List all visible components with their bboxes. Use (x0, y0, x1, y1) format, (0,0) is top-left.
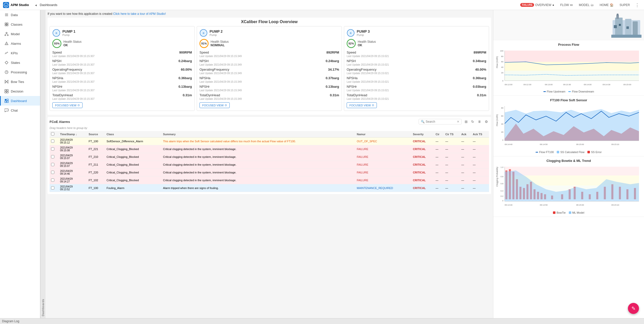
classes-icon (4, 22, 9, 27)
sidebar-item-states[interactable]: States (0, 58, 40, 67)
sidebar-item-chat[interactable]: Chat (0, 106, 40, 115)
refresh-button[interactable]: ↻ (470, 119, 475, 124)
alarm-2-checkbox[interactable] (51, 155, 54, 158)
content-area: If you want to see how this application … (46, 10, 644, 318)
pump-1-freq-row: OperatingFrequency 60.00% (52, 68, 192, 71)
svg-rect-42 (619, 24, 621, 26)
alarms-icon (4, 41, 9, 46)
pump-3-focused-btn[interactable]: FOCUSED VIEW ⊙ (347, 102, 377, 108)
col-namur[interactable]: Namur (355, 131, 411, 137)
col-severity[interactable]: Severity (411, 131, 434, 137)
svg-text:09:14:00: 09:14:00 (584, 83, 592, 86)
sidebar-item-alarms[interactable]: Alarms (0, 39, 40, 48)
failure-badge: FAILURE (520, 3, 534, 7)
sidebar-item-data[interactable]: Data (0, 10, 40, 20)
pump-1-npsh-row: NPSH 0.24barg (52, 59, 192, 63)
svg-text:09:15:10: 09:15:10 (611, 143, 619, 146)
col-cirts[interactable]: Cir TS (444, 131, 460, 137)
alarms-section: FCoE Alarms 🔍 ✕ ⊞ ↻ ⏸ ⚙ (48, 117, 491, 194)
tour-link[interactable]: Click here to take a tour of APM Studio! (113, 12, 166, 16)
facility-illustration (611, 13, 641, 38)
pump-1-focused-btn[interactable]: FOCUSED VIEW ⊙ (52, 102, 83, 108)
sidebar-item-kpis[interactable]: KPIs (0, 48, 40, 58)
more-button[interactable]: ⋮ (633, 2, 641, 8)
pump-1-header: ⚙ PUMP 1 Pump (52, 29, 192, 37)
tab-model[interactable]: MODEL 🗂 (576, 2, 596, 8)
alarm-row-5: 2021/04/2909:14:27 FT_102 Critical_Clogg… (50, 176, 489, 184)
svg-text:09:13:00: 09:13:00 (545, 83, 553, 86)
select-all-checkbox[interactable] (51, 132, 54, 135)
alarm-5-checkbox[interactable] (51, 178, 54, 182)
sidebar-item-dashboard[interactable]: Dashboard (0, 96, 40, 106)
pump-1-head-row: TotalDynHead 0.31m (52, 93, 192, 97)
dashboards-strip[interactable]: Dashboards (40, 10, 46, 318)
chat-icon (4, 108, 9, 113)
svg-point-15 (6, 44, 7, 45)
svg-text:09:14:30: 09:14:30 (602, 83, 611, 86)
pump-card-1: ⚙ PUMP 1 Pump 93% (50, 26, 195, 111)
col-cir[interactable]: Cir (434, 131, 444, 137)
sidebar-label-data: Data (11, 13, 18, 17)
pump-2-head-row: TotalDynHead 0.31m (199, 93, 339, 97)
alarm-6-checkbox[interactable] (51, 186, 54, 190)
tab-overview[interactable]: FAILURE OVERVIEW ● (518, 2, 557, 8)
svg-text:20: 20 (501, 131, 503, 133)
tab-super[interactable]: SUPER (617, 2, 632, 8)
col-checkbox[interactable] (50, 131, 59, 137)
sidebar-label-model: Model (11, 32, 20, 36)
pause-button[interactable]: ⏸ (477, 119, 482, 124)
sidebar-item-classes[interactable]: Classes (0, 20, 40, 29)
pump-3-head-row: TotalDynHead 0.31m (347, 93, 486, 97)
alarm-0-checkbox[interactable] (51, 140, 54, 143)
sidebar-item-bowties[interactable]: Bow Ties (0, 77, 40, 86)
pump-2-focused-btn[interactable]: FOCUSED VIEW ⊙ (199, 102, 230, 108)
alarm-3-checkbox[interactable] (51, 163, 54, 166)
settings-button[interactable]: ⚙ (484, 119, 489, 124)
drag-hint: Drag headers here to group by (50, 126, 489, 129)
ft100-legend: Flow FT100 SS Calculated Flow SS Error (496, 151, 641, 154)
top-bar: A APM Studio ◂ Dashboards FAILURE OVERVI… (0, 0, 644, 10)
ft100-title: FT100 Flow Soft Sensor (496, 98, 641, 102)
pump-1-speed-row: Speed 900RPM (52, 51, 192, 54)
svg-point-9 (6, 32, 7, 34)
logo-icon: A (3, 2, 9, 8)
alarms-search-input[interactable] (426, 120, 456, 123)
alarm-1-checkbox[interactable] (51, 147, 54, 151)
tab-flow[interactable]: FLOW ∞ (558, 2, 575, 8)
info-banner: If you want to see how this application … (48, 12, 491, 16)
pump-1-npshr-row: NPSHr 0.13barg (52, 85, 192, 88)
col-ackts[interactable]: Ack TS (471, 131, 489, 137)
col-summary[interactable]: Summary (162, 131, 355, 137)
svg-text:09:15:00: 09:15:00 (576, 143, 584, 146)
tab-home[interactable]: HOME 🏠 (597, 2, 616, 8)
col-ack[interactable]: Ack (460, 131, 471, 137)
pump-2-icon: ⚙ (199, 29, 208, 37)
fab-edit-button[interactable]: ✎ (628, 303, 639, 314)
pump-2-npsha-row: NPSHa 0.37barg (199, 76, 339, 80)
svg-rect-46 (505, 62, 639, 71)
svg-text:09:15:00: 09:15:00 (623, 83, 631, 86)
pump-1-health: 93% Health Status OK (52, 39, 192, 48)
col-timestamp[interactable]: TimeStamp ↓ (59, 131, 87, 137)
data-icon (4, 13, 9, 17)
alarms-search-box[interactable]: 🔍 ✕ (419, 119, 462, 124)
col-class[interactable]: Class (105, 131, 161, 137)
collapse-button[interactable]: ◂ (35, 3, 37, 7)
svg-text:0.6: 0.6 (501, 182, 504, 185)
sidebar-item-model[interactable]: Model (0, 29, 40, 39)
sidebar-label-states: States (11, 61, 20, 65)
app-title: APM Studio (11, 3, 29, 7)
alarms-table-body: 2021/04/2909:15:12 FT_100 SoftSensor_Dif… (50, 137, 489, 192)
svg-text:09:15:10: 09:15:10 (611, 204, 619, 206)
clear-search-icon[interactable]: ✕ (457, 120, 459, 123)
svg-rect-6 (7, 23, 8, 24)
svg-text:1.0: 1.0 (501, 166, 504, 168)
grid-view-button[interactable]: ⊞ (464, 119, 469, 124)
alarm-4-checkbox[interactable] (51, 171, 54, 174)
pump-1-name: PUMP 1 (62, 29, 75, 33)
model-icon (4, 32, 9, 36)
svg-marker-16 (5, 61, 8, 64)
col-source[interactable]: Source (87, 131, 105, 137)
sidebar-item-decision[interactable]: Decision (0, 86, 40, 96)
sidebar-item-processing[interactable]: Processing (0, 67, 40, 77)
